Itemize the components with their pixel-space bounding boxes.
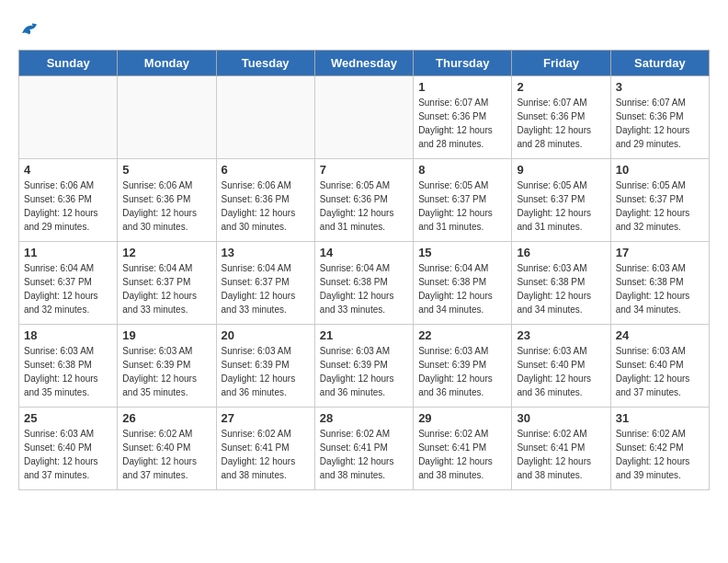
day-number: 22 [418, 328, 506, 342]
calendar-cell: 27Sunrise: 6:02 AMSunset: 6:41 PMDayligh… [216, 408, 314, 490]
day-info: Sunrise: 6:03 AMSunset: 6:39 PMDaylight:… [320, 344, 408, 399]
day-info: Sunrise: 6:03 AMSunset: 6:39 PMDaylight:… [222, 344, 310, 399]
day-number: 20 [222, 328, 310, 342]
calendar-cell: 28Sunrise: 6:02 AMSunset: 6:41 PMDayligh… [314, 408, 413, 490]
calendar-cell: 26Sunrise: 6:02 AMSunset: 6:40 PMDayligh… [118, 408, 216, 490]
calendar-cell: 14Sunrise: 6:04 AMSunset: 6:38 PMDayligh… [314, 242, 413, 325]
day-info: Sunrise: 6:06 AMSunset: 6:36 PMDaylight:… [222, 178, 310, 234]
day-info: Sunrise: 6:07 AMSunset: 6:36 PMDaylight:… [616, 96, 704, 151]
calendar-week-row: 4Sunrise: 6:06 AMSunset: 6:36 PMDaylight… [19, 159, 710, 242]
day-info: Sunrise: 6:02 AMSunset: 6:42 PMDaylight:… [616, 427, 704, 482]
day-info: Sunrise: 6:07 AMSunset: 6:36 PMDaylight:… [418, 96, 506, 151]
day-info: Sunrise: 6:05 AMSunset: 6:37 PMDaylight:… [418, 178, 506, 234]
day-header-friday: Friday [512, 51, 610, 76]
calendar-cell [118, 76, 216, 159]
calendar-week-row: 25Sunrise: 6:03 AMSunset: 6:40 PMDayligh… [19, 408, 710, 490]
calendar-cell: 7Sunrise: 6:05 AMSunset: 6:36 PMDaylight… [314, 159, 413, 242]
calendar-cell: 10Sunrise: 6:05 AMSunset: 6:37 PMDayligh… [610, 159, 709, 242]
day-info: Sunrise: 6:03 AMSunset: 6:38 PMDaylight:… [517, 261, 605, 316]
day-header-wednesday: Wednesday [314, 51, 413, 76]
day-number: 19 [122, 328, 210, 342]
day-number: 2 [517, 80, 605, 94]
calendar-cell: 29Sunrise: 6:02 AMSunset: 6:41 PMDayligh… [414, 408, 512, 490]
logo-icon [18, 18, 40, 40]
calendar-cell: 23Sunrise: 6:03 AMSunset: 6:40 PMDayligh… [512, 325, 610, 408]
calendar-cell: 4Sunrise: 6:06 AMSunset: 6:36 PMDaylight… [19, 159, 118, 242]
logo [18, 18, 44, 40]
day-number: 16 [517, 246, 605, 259]
calendar-cell: 12Sunrise: 6:04 AMSunset: 6:37 PMDayligh… [118, 242, 216, 325]
day-info: Sunrise: 6:07 AMSunset: 6:36 PMDaylight:… [517, 96, 605, 151]
calendar-cell: 1Sunrise: 6:07 AMSunset: 6:36 PMDaylight… [414, 76, 512, 159]
day-header-saturday: Saturday [610, 51, 709, 76]
day-number: 25 [24, 411, 112, 425]
calendar-cell: 24Sunrise: 6:03 AMSunset: 6:40 PMDayligh… [610, 325, 709, 408]
day-info: Sunrise: 6:03 AMSunset: 6:39 PMDaylight:… [122, 344, 210, 399]
day-info: Sunrise: 6:04 AMSunset: 6:38 PMDaylight:… [320, 261, 408, 316]
calendar-week-row: 18Sunrise: 6:03 AMSunset: 6:38 PMDayligh… [19, 325, 710, 408]
calendar-week-row: 11Sunrise: 6:04 AMSunset: 6:37 PMDayligh… [19, 242, 710, 325]
calendar-cell: 3Sunrise: 6:07 AMSunset: 6:36 PMDaylight… [610, 76, 709, 159]
calendar-cell: 18Sunrise: 6:03 AMSunset: 6:38 PMDayligh… [19, 325, 118, 408]
day-info: Sunrise: 6:04 AMSunset: 6:37 PMDaylight:… [122, 261, 210, 316]
day-number: 10 [616, 163, 704, 177]
calendar-cell [314, 76, 413, 159]
day-number: 11 [24, 246, 112, 259]
calendar-cell: 15Sunrise: 6:04 AMSunset: 6:38 PMDayligh… [414, 242, 512, 325]
calendar-table: SundayMondayTuesdayWednesdayThursdayFrid… [18, 50, 710, 490]
day-number: 7 [320, 163, 408, 177]
calendar-cell: 30Sunrise: 6:02 AMSunset: 6:41 PMDayligh… [512, 408, 610, 490]
calendar-cell: 31Sunrise: 6:02 AMSunset: 6:42 PMDayligh… [610, 408, 709, 490]
day-info: Sunrise: 6:05 AMSunset: 6:36 PMDaylight:… [320, 178, 408, 234]
day-number: 27 [222, 411, 310, 425]
calendar-header-row: SundayMondayTuesdayWednesdayThursdayFrid… [19, 51, 710, 76]
day-info: Sunrise: 6:02 AMSunset: 6:40 PMDaylight:… [122, 427, 210, 482]
day-number: 5 [122, 163, 210, 177]
day-number: 8 [418, 163, 506, 177]
day-number: 28 [320, 411, 408, 425]
calendar-cell: 2Sunrise: 6:07 AMSunset: 6:36 PMDaylight… [512, 76, 610, 159]
calendar-cell: 13Sunrise: 6:04 AMSunset: 6:37 PMDayligh… [216, 242, 314, 325]
day-info: Sunrise: 6:02 AMSunset: 6:41 PMDaylight:… [320, 427, 408, 482]
day-number: 6 [222, 163, 310, 177]
day-number: 18 [24, 328, 112, 342]
calendar-cell: 9Sunrise: 6:05 AMSunset: 6:37 PMDaylight… [512, 159, 610, 242]
day-number: 30 [517, 411, 605, 425]
day-number: 29 [418, 411, 506, 425]
day-info: Sunrise: 6:05 AMSunset: 6:37 PMDaylight:… [616, 178, 704, 234]
day-info: Sunrise: 6:03 AMSunset: 6:40 PMDaylight:… [517, 344, 605, 399]
calendar-cell: 21Sunrise: 6:03 AMSunset: 6:39 PMDayligh… [314, 325, 413, 408]
day-number: 1 [418, 80, 506, 94]
calendar-cell: 8Sunrise: 6:05 AMSunset: 6:37 PMDaylight… [414, 159, 512, 242]
day-info: Sunrise: 6:03 AMSunset: 6:40 PMDaylight:… [24, 427, 112, 482]
day-number: 23 [517, 328, 605, 342]
day-number: 21 [320, 328, 408, 342]
day-info: Sunrise: 6:04 AMSunset: 6:37 PMDaylight:… [24, 261, 112, 316]
calendar-cell: 5Sunrise: 6:06 AMSunset: 6:36 PMDaylight… [118, 159, 216, 242]
day-info: Sunrise: 6:06 AMSunset: 6:36 PMDaylight:… [122, 178, 210, 234]
calendar-cell: 22Sunrise: 6:03 AMSunset: 6:39 PMDayligh… [414, 325, 512, 408]
day-number: 26 [122, 411, 210, 425]
day-header-sunday: Sunday [19, 51, 118, 76]
day-number: 14 [320, 246, 408, 259]
day-header-tuesday: Tuesday [216, 51, 314, 76]
day-info: Sunrise: 6:04 AMSunset: 6:37 PMDaylight:… [222, 261, 310, 316]
calendar-cell: 16Sunrise: 6:03 AMSunset: 6:38 PMDayligh… [512, 242, 610, 325]
day-info: Sunrise: 6:05 AMSunset: 6:37 PMDaylight:… [517, 178, 605, 234]
day-info: Sunrise: 6:06 AMSunset: 6:36 PMDaylight:… [24, 178, 112, 234]
day-info: Sunrise: 6:04 AMSunset: 6:38 PMDaylight:… [418, 261, 506, 316]
calendar-cell [19, 76, 118, 159]
calendar-cell: 11Sunrise: 6:04 AMSunset: 6:37 PMDayligh… [19, 242, 118, 325]
day-number: 9 [517, 163, 605, 177]
day-info: Sunrise: 6:03 AMSunset: 6:39 PMDaylight:… [418, 344, 506, 399]
day-number: 12 [122, 246, 210, 259]
day-number: 17 [616, 246, 704, 259]
day-number: 3 [616, 80, 704, 94]
day-number: 24 [616, 328, 704, 342]
calendar-cell: 19Sunrise: 6:03 AMSunset: 6:39 PMDayligh… [118, 325, 216, 408]
calendar-cell: 6Sunrise: 6:06 AMSunset: 6:36 PMDaylight… [216, 159, 314, 242]
calendar-cell [216, 76, 314, 159]
calendar-cell: 17Sunrise: 6:03 AMSunset: 6:38 PMDayligh… [610, 242, 709, 325]
calendar-week-row: 1Sunrise: 6:07 AMSunset: 6:36 PMDaylight… [19, 76, 710, 159]
day-info: Sunrise: 6:03 AMSunset: 6:38 PMDaylight:… [616, 261, 704, 316]
